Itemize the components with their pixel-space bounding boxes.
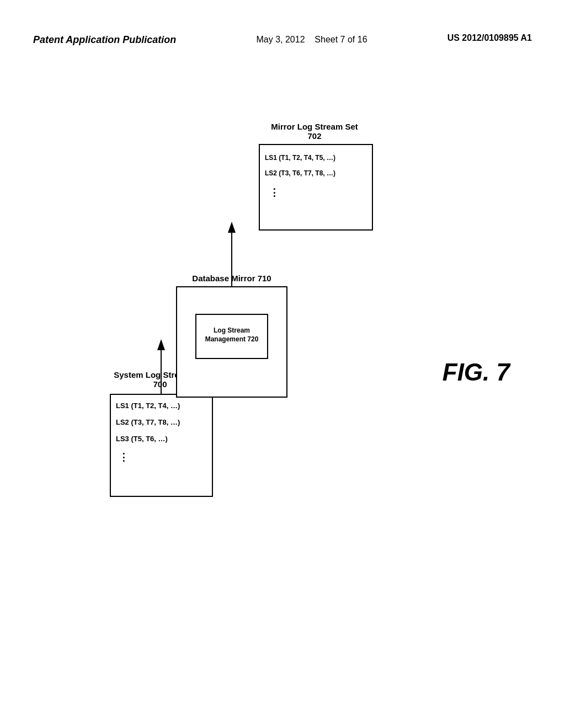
mirror-ls2: LS2 (T3, T6, T7, T8, …) bbox=[265, 169, 335, 177]
system-log-title-number: 700 bbox=[153, 379, 167, 389]
system-ls1: LS1 (T1, T2, T4, …) bbox=[116, 402, 180, 410]
header-center: May 3, 2012 Sheet 7 of 16 bbox=[257, 33, 367, 46]
log-stream-label1: Log Stream bbox=[214, 326, 250, 334]
arrowhead-up-2 bbox=[228, 222, 236, 233]
date-label: May 3, 2012 bbox=[257, 35, 305, 44]
mirror-ellipsis: ⋮ bbox=[269, 187, 279, 198]
log-stream-label2: Management 720 bbox=[205, 335, 259, 343]
sheet-label: Sheet 7 of 16 bbox=[315, 35, 367, 44]
patent-number: US 2012/0109895 A1 bbox=[447, 33, 532, 43]
system-ellipsis: ⋮ bbox=[119, 452, 129, 463]
diagram-area: System Log Stream Set 700 LS1 (T1, T2, T… bbox=[44, 77, 458, 656]
system-ls3: LS3 (T5, T6, …) bbox=[116, 435, 168, 443]
mirror-ls1: LS1 (T1, T2, T4, T5, …) bbox=[265, 154, 335, 162]
header: Patent Application Publication May 3, 20… bbox=[0, 33, 565, 47]
mirror-log-title-number: 702 bbox=[307, 131, 321, 141]
publication-label: Patent Application Publication bbox=[33, 33, 176, 47]
page-container: Patent Application Publication May 3, 20… bbox=[0, 0, 565, 728]
system-ls2: LS2 (T3, T7, T8, …) bbox=[116, 418, 180, 426]
mirror-log-title-line1: Mirror Log Stream Set bbox=[271, 122, 358, 131]
fig-label: FIG. 7 bbox=[443, 358, 510, 386]
diagram-svg: System Log Stream Set 700 LS1 (T1, T2, T… bbox=[44, 77, 458, 656]
arrowhead-up-1 bbox=[157, 339, 165, 350]
